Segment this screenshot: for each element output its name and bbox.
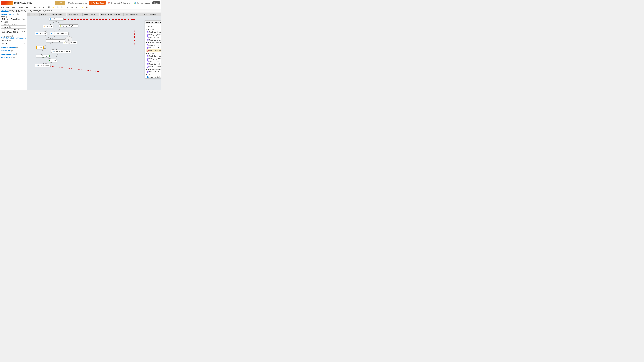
node-maas-call[interactable]: ⚙ MaaS_ML_Call_Prediction (51, 50, 71, 53)
maas-item-diabetics[interactable]: ◉ Diabetics_Deploy_Predict_Classifier_Mo… (146, 44, 161, 46)
tab-data-viz[interactable]: Data Visualization ▾ ✕ (124, 12, 141, 16)
error-handling-section[interactable]: Error Handling i (1, 56, 26, 59)
save-btn[interactable]: 💾 (48, 6, 51, 9)
workflow-studio-btn[interactable]: ◉ Workflow Studio (89, 1, 106, 4)
node-loop[interactable]: 🔁 Loop (50, 59, 57, 62)
documentation-link[interactable]: PML/PMLUserGuide.html#_deployment_pip... (1, 37, 26, 39)
description-info[interactable]: i (9, 26, 11, 28)
tab-basic-close[interactable]: ✕ (80, 13, 81, 15)
tab-federated[interactable]: Federated Learning ▾ ✕ (160, 12, 161, 16)
job-priority-info[interactable]: i (9, 40, 11, 41)
maas-item-actions[interactable]: ◉ MaaS_ML_Actions (146, 39, 161, 41)
node-maas-deploy[interactable]: ⚙ MaaS_ML_Deploy_Model (46, 39, 65, 42)
svg-line-12 (42, 57, 56, 59)
maas-item-iris-interactive[interactable]: ◉ IRIS_Deploy_Predict_Flower_Classifier_… (146, 49, 161, 52)
description-textarea[interactable]: Train an Iris Flower Classifier, deploy … (1, 28, 26, 34)
workflow-variables-section[interactable]: Workflow Variables i (1, 46, 26, 49)
node-split-data[interactable]: 🔀 Split_Data (43, 25, 53, 28)
automation-icon: ⚙ (68, 2, 70, 4)
user-menu-btn[interactable]: jlailaty (152, 1, 160, 4)
tab-controls-arrow: ▾ (46, 13, 47, 15)
tab-dataviz-close[interactable]: ✕ (138, 13, 139, 15)
node-svm[interactable]: 🐍 Support_Vector_Machines (58, 24, 78, 27)
general-params-info[interactable]: i (17, 13, 18, 15)
azure-update-deployed[interactable]: A Azure_Update_Deployed_Service (146, 76, 161, 78)
tab-mlwf-close[interactable]: ✕ (121, 13, 122, 15)
tab-tasks-close[interactable]: ✕ (37, 13, 38, 15)
copy-btn[interactable]: 📋 (56, 6, 59, 9)
paste-btn[interactable]: 📋 (60, 6, 63, 9)
name-info[interactable]: i (6, 16, 7, 17)
open-btn[interactable]: 📂 (52, 6, 55, 9)
maas-item-deploy-model[interactable]: ◉ MaaS_ML_Deploy_Model (146, 33, 161, 36)
maas-dl-undeploy[interactable]: ◉ MaaS_DL_Undeploy_Model (146, 55, 161, 57)
node-maas-actions[interactable]: ⚙ MaaS_ML_Actions (35, 64, 50, 67)
maas-section-2-title: 2. MaaS_ML Examples (146, 42, 161, 43)
workflow-canvas[interactable]: loop 🗄 Load_Iris_Dataset (27, 16, 161, 90)
maas-dl-service-start[interactable]: ◉ MaaS_DL_Service_Start (146, 65, 161, 68)
maas-dl-deploy-model[interactable]: ◉ MaaS_DL_Deploy_Model (146, 63, 161, 65)
project-info[interactable]: i (6, 21, 8, 23)
maas-item-iris-flower[interactable]: ◉ IRIS_Deploy_Flower_Classifier_Model (146, 46, 161, 49)
tab-automl-arrow: ▾ (156, 13, 157, 15)
menu-view[interactable]: View (11, 6, 16, 8)
data-mgmt-info[interactable]: i (15, 53, 17, 55)
workflow-var-info[interactable]: i (16, 46, 18, 48)
automation-dashboard-btn[interactable]: ⚙ Automation Dashboard (66, 1, 88, 4)
node-loop-connector (49, 60, 50, 61)
breadcrumb-menu-icon[interactable]: ≡ (159, 9, 160, 12)
run-btn[interactable]: ▶ (34, 6, 36, 9)
menu-edit[interactable]: Edit (6, 6, 10, 8)
maas-item-icon-3: ◉ (146, 39, 148, 41)
maas-dl-call-prediction[interactable]: ◉ MaaS_DL_Call_Prediction (146, 60, 161, 63)
new-folder-btn[interactable]: 📁 (81, 6, 84, 9)
node-train-model[interactable]: 🔷 Train_Model (35, 32, 47, 35)
job-priority-select[interactable]: normal high low (1, 42, 26, 44)
delete-btn[interactable]: 🗑 (67, 6, 70, 9)
error-handling-info[interactable]: i (13, 57, 15, 58)
export-btn[interactable]: 📤 (85, 6, 88, 9)
tab-basic-examples[interactable]: Basic Examples ▾ ✕ (66, 12, 82, 16)
maas-dl-actions[interactable]: ◉ MaaS_DL_Actions (146, 57, 161, 60)
node-maas-service-start[interactable]: ⚙ MaaS_ML_Service_Start (50, 32, 69, 35)
tab-ml-workflows[interactable]: Machine Learning Workflows ▾ ✕ (100, 12, 124, 16)
node-load-iris[interactable]: 🗄 Load_Iris_Dataset (48, 17, 64, 20)
redo-btn[interactable]: ↪ (75, 6, 78, 9)
data-management-section[interactable]: Data Management i (1, 53, 26, 55)
tab-tasks[interactable]: Tasks ▾ ✕ (30, 12, 39, 16)
generic-info-section[interactable]: Generic Info i (1, 49, 26, 52)
pause-btn[interactable]: ⏸ (38, 6, 40, 9)
breadcrumb-sep: / (9, 10, 10, 11)
menu-help[interactable]: Help (26, 6, 30, 8)
generic-info-info[interactable]: i (11, 50, 13, 52)
menu-catalog[interactable]: Catalog (17, 6, 24, 8)
breadcrumb-workflows[interactable]: Workflows (1, 10, 9, 11)
tab-automl-close[interactable]: ✕ (158, 13, 159, 15)
node-wait-signal[interactable]: ⏱ Wait_for_Signal (36, 54, 49, 57)
scheduling-btn[interactable]: 📅 Scheduling & Orchestration (106, 1, 132, 4)
undo-btn[interactable]: ↩ (71, 6, 74, 9)
tab-notification-tools[interactable]: Notification Tools ▾ ✕ (50, 12, 66, 16)
node-start[interactable]: ▶ Start (36, 46, 44, 49)
tab-controls-close[interactable]: ✕ (48, 13, 49, 15)
name-input[interactable] (1, 18, 26, 20)
tab-notification-close[interactable]: ✕ (64, 13, 65, 15)
menubar: File Edit View Catalog Help ▶ ⏸ ⏹ 💾 📂 📋 … (0, 6, 161, 9)
maas-dl-mnist[interactable]: ◉ MNIST_Model_Training_And_Deployment (146, 70, 161, 73)
maas-item-call-prediction[interactable]: ◉ MaaS_ML_Call_Prediction (146, 36, 161, 39)
tab-controls[interactable]: Controls ▾ ✕ (39, 12, 50, 16)
tab-auto-ml[interactable]: Auto ML Optimization ▾ ✕ (141, 12, 160, 16)
maas-item-service-start[interactable]: ◉ MaaS_ML_Service_Start (146, 31, 161, 33)
ml-dropdown-icon[interactable]: ▾ (33, 2, 33, 4)
maas-unpin-btn[interactable]: ✕ Unpin (146, 25, 161, 28)
tab-ml-close[interactable]: ✕ (97, 13, 98, 15)
tab-collapse-btn[interactable]: ◀ (27, 12, 30, 16)
tab-machine-learning[interactable]: Machine Learning ▾ ✕ (82, 12, 100, 16)
resource-manager-btn[interactable]: 📊 Resource Manager (132, 1, 152, 4)
svg-line-15 (56, 52, 58, 59)
project-input[interactable] (1, 23, 26, 25)
menu-file[interactable]: File (0, 6, 4, 8)
documentation-info[interactable]: i (12, 35, 13, 37)
stop-btn[interactable]: ⏹ (42, 6, 44, 9)
brand-logo-placeholder: Your LOGO Here (54, 0, 65, 5)
